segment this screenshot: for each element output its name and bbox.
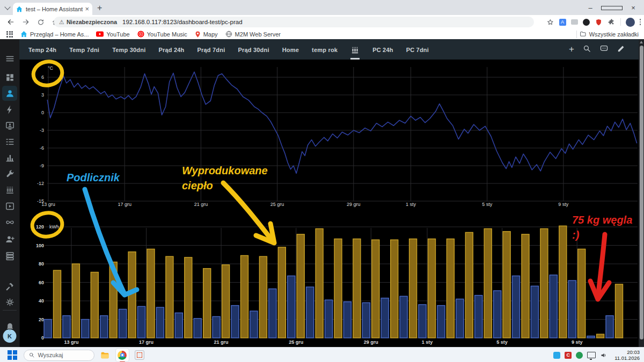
person-plus-icon (5, 234, 15, 245)
ha-search-button[interactable] (582, 44, 591, 55)
ha-tab-temp-7dni[interactable]: Temp 7dni (69, 39, 99, 60)
sidebar-item-gear[interactable] (2, 294, 17, 309)
extensions-puzzle-icon[interactable] (608, 18, 616, 26)
ha-sidebar: K (0, 39, 20, 347)
ha-tab-prąd-30dni[interactable]: Prąd 30dni (238, 39, 269, 60)
bookmark-label: Mapy (203, 31, 218, 38)
list-icon (5, 137, 15, 147)
translate-icon[interactable]: A (559, 19, 566, 26)
ha-pencil-button[interactable] (617, 44, 626, 55)
ha-tab-temp-24h[interactable]: Temp 24h (28, 39, 56, 60)
browser-profile-avatar[interactable] (626, 18, 635, 27)
tray-app-icon[interactable]: C (565, 352, 572, 359)
folder-icon (580, 31, 587, 38)
ha-tab-temp-rok[interactable]: temp rok (312, 39, 338, 60)
window-minimize-button[interactable]: – (580, 4, 601, 12)
media-icon (5, 201, 15, 211)
sidebar-item-media[interactable] (2, 198, 17, 213)
ha-tab-prąd-24h[interactable]: Prąd 24h (158, 39, 184, 60)
home-assistant-favicon (16, 6, 23, 12)
bookmark-label: Przegląd – Home As... (30, 31, 89, 38)
forward-icon[interactable] (21, 18, 30, 26)
ha-header: Temp 24hTemp 7dniTemp 30dniPrąd 24hPrąd … (19, 39, 639, 60)
bookmark-item[interactable]: Mapy (195, 31, 218, 38)
sidebar-item-list[interactable] (2, 134, 17, 149)
sidebar-item-bolt[interactable] (2, 102, 17, 117)
windows-start-icon[interactable] (8, 350, 17, 360)
search-icon (582, 44, 591, 53)
security-label: Niezabezpieczona (67, 19, 117, 25)
bookmark-star-icon[interactable] (546, 18, 554, 26)
ha-tab-pc-7dni[interactable]: PC 7dni (406, 39, 429, 60)
ha-plus-button[interactable]: + (569, 45, 574, 54)
sidebar-item-wrench[interactable] (2, 166, 17, 181)
bookmark-label: YouTube Music (147, 31, 187, 38)
chrome-icon (118, 351, 127, 360)
time: 20:03 (614, 349, 640, 355)
window-maximize-button[interactable] (601, 4, 623, 12)
dashboard-icon (5, 72, 15, 83)
url-bar[interactable]: ⚠ Niezabezpieczona 192.168.0.117:8123/da… (54, 17, 534, 27)
ha-view-tabs: Temp 24hTemp 7dniTemp 30dniPrąd 24hPrąd … (28, 39, 429, 60)
scrollbar-thumb[interactable] (640, 46, 643, 339)
sidebar-item-bell[interactable] (2, 319, 17, 334)
date: 11.01.2026 (614, 355, 640, 361)
bookmark-label: M2M Web Server (235, 31, 281, 38)
network-icon[interactable] (587, 352, 596, 358)
extension-icon[interactable] (583, 19, 590, 26)
browser-menu-icon[interactable] (640, 19, 641, 25)
sidebar-item-person-plus[interactable] (2, 232, 17, 247)
adblock-shield-icon[interactable] (595, 18, 603, 26)
browser-tab[interactable]: test – Home Assistant × (13, 3, 92, 15)
taskbar-search[interactable]: Wyszukaj (24, 350, 94, 361)
tray-antivirus-icon[interactable] (576, 352, 583, 359)
tab-title: test – Home Assistant (26, 6, 83, 12)
radiator-icon (5, 185, 15, 195)
sidebar-item-link[interactable] (2, 215, 17, 230)
scrollbar[interactable] (639, 39, 644, 347)
ha-assist-button[interactable] (599, 44, 609, 55)
bookmark-item[interactable]: YouTube (96, 31, 129, 38)
menu-icon (5, 54, 15, 64)
sidebar-item-person[interactable] (2, 86, 17, 101)
tab-search-chevron-icon[interactable] (4, 4, 11, 11)
snipping-tool-button[interactable] (133, 349, 146, 361)
new-tab-button[interactable]: + (97, 4, 102, 12)
sidebar-item-hammer[interactable] (2, 279, 17, 294)
chrome-button[interactable] (116, 349, 129, 361)
ha-tab-home[interactable]: Home (282, 39, 299, 60)
person-icon (5, 88, 15, 99)
search-icon (28, 352, 35, 358)
reload-icon[interactable] (36, 18, 45, 26)
taskbar-clock[interactable]: 20:03 11.01.2026 (614, 349, 640, 361)
sidebar-item-radiator[interactable] (2, 182, 17, 197)
person-badge-icon (5, 121, 15, 131)
tray-app-icon[interactable] (553, 352, 560, 359)
radiator-icon (350, 46, 360, 55)
all-bookmarks-label: Wszystkie zakładki (589, 31, 639, 38)
bookmark-item[interactable]: M2M Web Server (225, 31, 281, 38)
window-close-button[interactable]: × (623, 4, 644, 12)
ha-tab-pc-24h[interactable]: PC 24h (372, 39, 393, 60)
bookmark-item[interactable]: YouTube Music (137, 31, 187, 38)
apps-grid-icon[interactable] (6, 31, 13, 38)
all-bookmarks-button[interactable]: Wszystkie zakładki (576, 31, 639, 38)
bookmark-label: YouTube (106, 31, 129, 38)
taskbar-search-label: Wyszukaj (38, 352, 63, 358)
extension-icon[interactable] (571, 19, 578, 25)
file-explorer-button[interactable] (99, 349, 112, 361)
sidebar-item-server[interactable] (2, 248, 17, 263)
sidebar-item-dashboard[interactable] (2, 70, 17, 85)
sidebar-item-chart[interactable] (2, 150, 17, 165)
folder-icon (100, 351, 109, 360)
ha-tab-radiator[interactable] (350, 39, 360, 60)
ha-tab-temp-30dni[interactable]: Temp 30dni (112, 39, 145, 60)
tab-close-icon[interactable]: × (85, 5, 89, 12)
speaker-icon[interactable] (600, 351, 608, 359)
sidebar-item-person-badge[interactable] (2, 118, 17, 133)
sidebar-item-menu[interactable] (2, 51, 17, 66)
back-icon[interactable] (6, 18, 15, 26)
ha-tab-prąd-7dni[interactable]: Prąd 7dni (197, 39, 225, 60)
snipping-tool-icon (135, 350, 144, 360)
bookmark-item[interactable]: Przegląd – Home As... (20, 31, 89, 38)
